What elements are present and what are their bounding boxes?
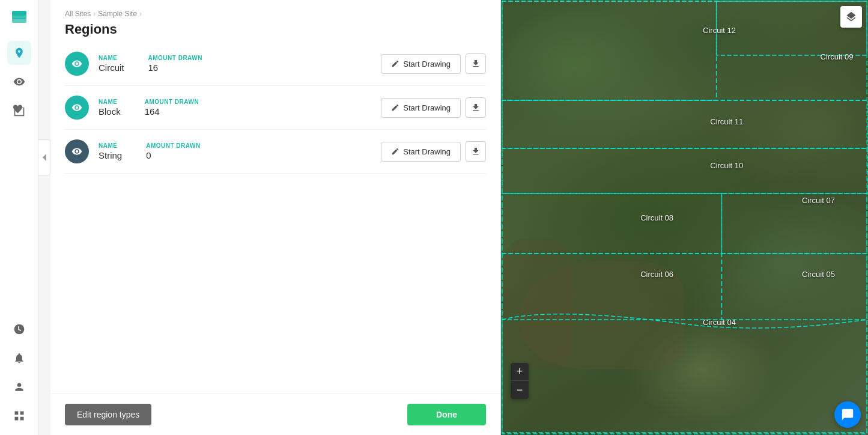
region-amount-value-block: 164 bbox=[145, 106, 199, 117]
region-name-field-string: NAME String bbox=[99, 142, 122, 160]
region-amount-field-circuit: AMOUNT DRAWN 16 bbox=[148, 55, 202, 73]
region-actions-circuit: Start Drawing bbox=[381, 53, 486, 74]
page-title: Regions bbox=[65, 22, 486, 37]
region-name-value-circuit: Circuit bbox=[99, 62, 124, 73]
map-zoom-controls: + − bbox=[511, 363, 529, 399]
panel-header: All Sites › Sample Site › Regions bbox=[50, 0, 500, 42]
start-drawing-button-string[interactable]: Start Drawing bbox=[381, 142, 461, 162]
region-amount-label-block: AMOUNT DRAWN bbox=[145, 99, 199, 105]
zoom-out-button[interactable]: − bbox=[511, 381, 529, 399]
region-amount-label-string: AMOUNT DRAWN bbox=[146, 142, 200, 149]
panel-footer: Edit region types Done bbox=[50, 394, 500, 435]
breadcrumb-sep-2: › bbox=[139, 10, 142, 18]
region-amount-field-block: AMOUNT DRAWN 164 bbox=[145, 99, 199, 117]
region-name-field-block: NAME Block bbox=[99, 99, 121, 117]
breadcrumb-sep-1: › bbox=[93, 10, 96, 18]
region-name-value-block: Block bbox=[99, 106, 121, 117]
sidebar-icon-projects[interactable] bbox=[7, 99, 31, 123]
region-row-string: NAME String AMOUNT DRAWN 0 Start Drawing bbox=[65, 130, 486, 174]
region-name-label-string: NAME bbox=[99, 142, 122, 149]
upload-button-block[interactable] bbox=[466, 97, 486, 118]
left-panel: All Sites › Sample Site › Regions NAME C… bbox=[50, 0, 501, 435]
panel-collapse-button[interactable] bbox=[38, 139, 50, 175]
upload-button-circuit[interactable] bbox=[466, 53, 486, 74]
region-name-value-string: String bbox=[99, 150, 122, 160]
region-name-field-circuit: NAME Circuit bbox=[99, 55, 124, 73]
region-name-label-block: NAME bbox=[99, 99, 121, 105]
region-amount-label-circuit: AMOUNT DRAWN bbox=[148, 55, 202, 61]
region-actions-block: Start Drawing bbox=[381, 97, 486, 118]
breadcrumb-all-sites[interactable]: All Sites bbox=[65, 10, 91, 18]
region-info-block: NAME Block AMOUNT DRAWN 164 bbox=[99, 99, 371, 117]
region-info-circuit: NAME Circuit AMOUNT DRAWN 16 bbox=[99, 55, 371, 73]
region-eye-button-string[interactable] bbox=[65, 139, 89, 163]
breadcrumb-sample-site[interactable]: Sample Site bbox=[98, 10, 137, 18]
map-layers-button[interactable] bbox=[840, 6, 862, 28]
sidebar-icon-user[interactable] bbox=[7, 375, 31, 399]
map-background bbox=[501, 0, 868, 435]
breadcrumb: All Sites › Sample Site › bbox=[65, 10, 486, 18]
region-eye-button-circuit[interactable] bbox=[65, 52, 89, 76]
region-actions-string: Start Drawing bbox=[381, 141, 486, 162]
sidebar-icon-dashboard[interactable] bbox=[7, 317, 31, 341]
map-area: Circuit 12 Circuit 09 Circuit 11 Circuit… bbox=[501, 0, 868, 435]
sidebar-icon-location[interactable] bbox=[7, 41, 31, 65]
sidebar-icon-grid[interactable] bbox=[7, 404, 31, 428]
region-eye-button-block[interactable] bbox=[65, 96, 89, 120]
start-drawing-button-circuit[interactable]: Start Drawing bbox=[381, 54, 461, 74]
region-amount-value-circuit: 16 bbox=[148, 62, 202, 73]
region-row-block: NAME Block AMOUNT DRAWN 164 Start Drawin… bbox=[65, 86, 486, 130]
regions-list: NAME Circuit AMOUNT DRAWN 16 Start Drawi… bbox=[50, 42, 500, 394]
app-logo bbox=[8, 7, 30, 29]
zoom-in-button[interactable]: + bbox=[511, 363, 529, 381]
chat-support-button[interactable] bbox=[834, 401, 861, 428]
sidebar-nav bbox=[7, 41, 31, 317]
upload-button-string[interactable] bbox=[466, 141, 486, 162]
svg-rect-2 bbox=[12, 11, 26, 16]
region-info-string: NAME String AMOUNT DRAWN 0 bbox=[99, 142, 371, 160]
region-name-label-circuit: NAME bbox=[99, 55, 124, 61]
app-sidebar bbox=[0, 0, 38, 435]
sidebar-icon-bell[interactable] bbox=[7, 346, 31, 370]
done-button[interactable]: Done bbox=[407, 404, 486, 425]
start-drawing-button-block[interactable]: Start Drawing bbox=[381, 98, 461, 118]
edit-region-types-button[interactable]: Edit region types bbox=[65, 404, 151, 425]
sidebar-bottom bbox=[7, 317, 31, 428]
region-amount-value-string: 0 bbox=[146, 150, 200, 160]
region-amount-field-string: AMOUNT DRAWN 0 bbox=[146, 142, 200, 160]
sidebar-icon-inspect[interactable] bbox=[7, 70, 31, 94]
region-row-circuit: NAME Circuit AMOUNT DRAWN 16 Start Drawi… bbox=[65, 42, 486, 86]
